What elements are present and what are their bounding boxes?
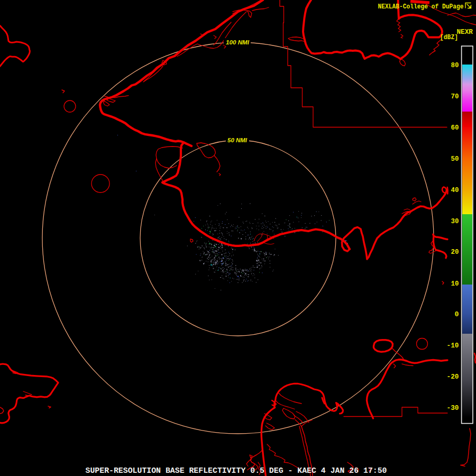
svg-text:50 NMI: 50 NMI (227, 137, 248, 143)
svg-text:50: 50 (451, 155, 459, 163)
svg-text:80: 80 (451, 62, 459, 69)
svg-text:-10: -10 (447, 342, 459, 350)
svg-text:70: 70 (451, 93, 459, 100)
svg-text:40: 40 (451, 187, 459, 194)
svg-text:60: 60 (451, 124, 459, 132)
svg-text:NEXR: NEXR (457, 28, 473, 36)
svg-text:NEXLAB-College of DuPage: NEXLAB-College of DuPage (378, 3, 464, 11)
svg-text:-20: -20 (447, 373, 459, 381)
svg-text:0: 0 (455, 311, 459, 318)
svg-text:SUPER-RESOLUTION BASE REFLECTI: SUPER-RESOLUTION BASE REFLECTIVITY 0.5 D… (86, 466, 387, 475)
svg-text:100 NMI: 100 NMI (226, 39, 250, 45)
svg-text:[dBZ]: [dBZ] (440, 34, 458, 41)
svg-text:-30: -30 (447, 405, 459, 412)
svg-text:10: 10 (451, 280, 459, 288)
svg-text:20: 20 (451, 249, 459, 256)
svg-text:30: 30 (451, 218, 459, 225)
